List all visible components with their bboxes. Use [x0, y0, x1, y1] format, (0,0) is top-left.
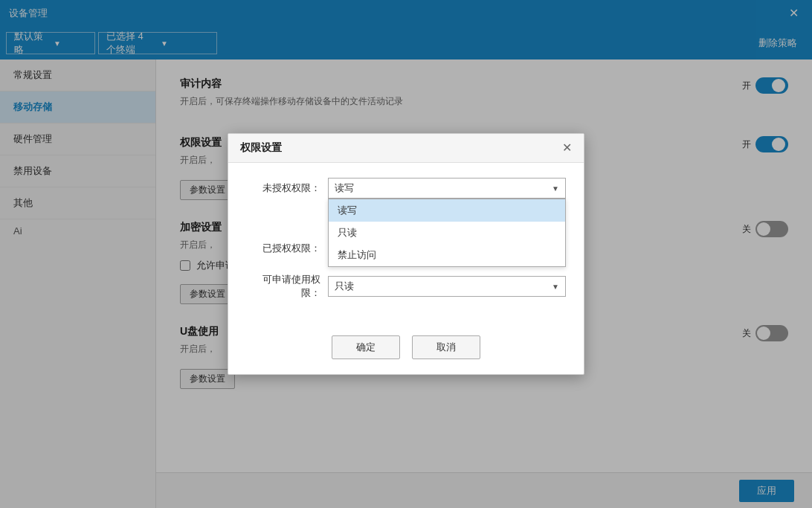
unauthorized-permission-select[interactable]: 读写 ▼ — [328, 178, 566, 199]
unauthorized-permission-value: 读写 — [335, 181, 354, 195]
modal-header: 权限设置 ✕ — [228, 134, 584, 163]
apply-permission-control: 只读 ▼ — [328, 276, 566, 297]
unauthorized-permission-row: 未授权权限： 读写 ▼ 读写 只读 禁止访问 — [246, 178, 566, 199]
modal-footer: 确定 取消 — [228, 327, 584, 374]
apply-permission-arrow-icon: ▼ — [552, 283, 559, 291]
unauthorized-permission-dropdown: 读写 只读 禁止访问 — [328, 199, 566, 267]
dropdown-item-readonly[interactable]: 只读 — [329, 222, 565, 244]
dropdown-item-forbidden[interactable]: 禁止访问 — [329, 244, 565, 266]
apply-permission-select[interactable]: 只读 ▼ — [328, 276, 566, 297]
unauthorized-permission-arrow-icon: ▼ — [552, 184, 559, 193]
modal-title: 权限设置 — [240, 141, 282, 155]
modal-body: 未授权权限： 读写 ▼ 读写 只读 禁止访问 已授权权限： — [228, 163, 584, 327]
modal-confirm-button[interactable]: 确定 — [332, 335, 400, 359]
unauthorized-permission-control: 读写 ▼ 读写 只读 禁止访问 — [328, 178, 566, 199]
apply-permission-value: 只读 — [335, 280, 354, 293]
unauthorized-permission-label: 未授权权限： — [246, 181, 320, 195]
authorized-permission-label: 已授权权限： — [246, 242, 320, 255]
modal-close-button[interactable]: ✕ — [562, 142, 572, 154]
apply-permission-label: 可申请使用权限： — [246, 273, 320, 300]
modal-cancel-button[interactable]: 取消 — [412, 335, 480, 359]
permission-modal: 权限设置 ✕ 未授权权限： 读写 ▼ 读写 只读 禁止访问 — [228, 133, 584, 375]
modal-overlay: 权限设置 ✕ 未授权权限： 读写 ▼ 读写 只读 禁止访问 — [0, 0, 812, 508]
apply-permission-row: 可申请使用权限： 只读 ▼ — [246, 273, 566, 300]
dropdown-item-readwrite[interactable]: 读写 — [329, 199, 565, 222]
